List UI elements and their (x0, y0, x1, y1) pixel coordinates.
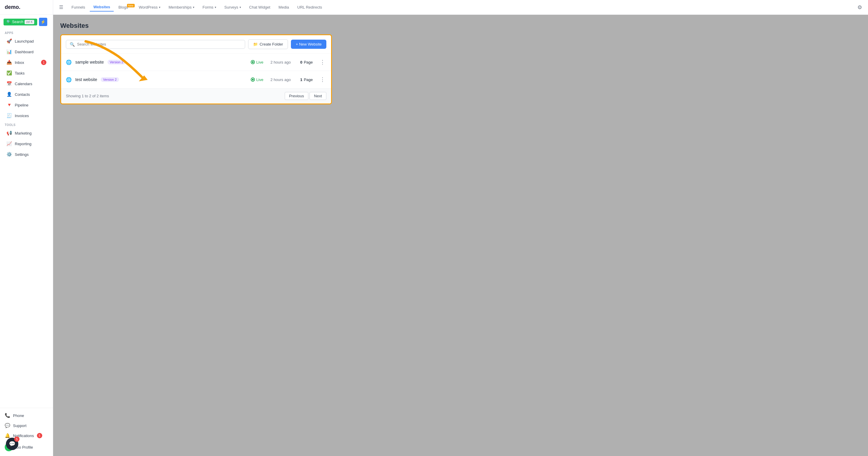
pagination-row: Showing 1 to 2 of 2 items Previous Next (61, 88, 331, 104)
sidebar-item-settings[interactable]: ⚙️ Settings (2, 149, 51, 160)
sidebar-item-dashboard[interactable]: 📊 Dashboard (2, 47, 51, 57)
sidebar-item-tasks[interactable]: ✅ Tasks (2, 68, 51, 78)
websites-panel: 🔍 📁 Create Folder + New Website 🌐 sample… (60, 34, 332, 105)
sidebar-item-inbox[interactable]: 📥 Inbox 1 (2, 57, 51, 67)
new-website-label: + New Website (296, 42, 321, 47)
more-options-button[interactable]: ⋮ (319, 58, 327, 66)
sidebar-item-label: Dashboard (15, 50, 34, 54)
nav-item-label: Chat Widget (249, 5, 271, 9)
sidebar: demo. 🔍 Search ctrl K ⚡ Apps 🚀 Launchpad… (0, 0, 53, 456)
more-options-button[interactable]: ⋮ (319, 75, 327, 84)
sidebar-item-pipeline[interactable]: 🔻 Pipeline (2, 100, 51, 110)
chat-icon: 💬 (9, 440, 16, 447)
nav-item-chat-widget[interactable]: Chat Widget (246, 3, 274, 11)
dashboard-icon: 📊 (6, 49, 12, 54)
live-dot (251, 60, 255, 64)
sidebar-item-label: Go Profile (16, 445, 33, 450)
tools-section-label: Tools (0, 121, 53, 128)
surveys-chevron-icon: ▾ (240, 6, 241, 9)
version-badge: Version 2 (107, 60, 126, 64)
sidebar-item-label: Invoices (15, 114, 29, 118)
sidebar-item-calendars[interactable]: 📅 Calendars (2, 79, 51, 89)
search-input[interactable] (77, 42, 241, 47)
search-button-label: Search (12, 20, 23, 24)
sidebar-item-label: Settings (15, 152, 29, 157)
inbox-badge: 1 (41, 60, 46, 65)
sidebar-item-label: Calendars (15, 82, 32, 86)
phone-icon: 📞 (5, 413, 10, 418)
settings-gear-button[interactable]: ⚙ (856, 3, 863, 12)
live-status-badge: Live (251, 60, 264, 64)
nav-item-url-redirects[interactable]: URL Redirects (294, 3, 326, 11)
settings-icon: ⚙️ (6, 152, 12, 157)
sidebar-item-marketing[interactable]: 📢 Marketing (2, 128, 51, 138)
search-icon: 🔍 (70, 42, 75, 47)
nav-item-label: Forms (203, 5, 214, 9)
nav-item-label: Media (279, 5, 289, 9)
contacts-icon: 👤 (6, 92, 12, 97)
globe-icon: 🌐 (66, 77, 72, 83)
nav-item-funnels[interactable]: Funnels (68, 3, 89, 11)
page-count-label: Page (304, 60, 313, 64)
sidebar-item-label: Tasks (15, 71, 25, 76)
sidebar-item-label: Pipeline (15, 103, 28, 107)
page-count-number: 0 (300, 60, 302, 64)
time-ago: 2 hours ago (271, 60, 291, 64)
sidebar-item-contacts[interactable]: 👤 Contacts (2, 89, 51, 99)
sidebar-item-label: Reporting (15, 142, 31, 146)
nav-item-forms[interactable]: Forms ▾ (199, 3, 220, 11)
create-folder-button[interactable]: 📁 Create Folder (248, 39, 288, 49)
sidebar-item-invoices[interactable]: 🧾 Invoices (2, 111, 51, 121)
sidebar-item-support[interactable]: 💬 Support (0, 421, 53, 431)
support-icon: 💬 (5, 423, 10, 428)
nav-item-surveys[interactable]: Surveys ▾ (221, 3, 245, 11)
nav-item-websites[interactable]: Websites (90, 3, 114, 11)
notifications-icon: 🔔 (5, 433, 10, 438)
showing-text: Showing 1 to 2 of 2 items (66, 94, 109, 98)
main-area: ☰ Funnels Websites Blogs New WordPress ▾… (53, 0, 868, 456)
website-name: sample website (75, 60, 104, 64)
previous-button[interactable]: Previous (285, 92, 309, 100)
sidebar-item-phone[interactable]: 📞 Phone (0, 410, 53, 421)
wordpress-chevron-icon: ▾ (159, 6, 160, 9)
sidebar-item-label: Marketing (15, 131, 32, 136)
nav-item-label: Surveys (224, 5, 238, 9)
sidebar-item-reporting[interactable]: 📈 Reporting (2, 139, 51, 149)
chat-bubble[interactable]: 💬 5 (6, 438, 18, 450)
next-button[interactable]: Next (310, 92, 327, 100)
nav-item-media[interactable]: Media (275, 3, 292, 11)
sidebar-item-label: Phone (13, 414, 24, 418)
hamburger-button[interactable]: ☰ (58, 3, 64, 11)
search-button[interactable]: 🔍 Search ctrl K (4, 19, 37, 25)
folder-icon: 📁 (253, 42, 258, 47)
launchpad-icon: 🚀 (6, 38, 12, 44)
marketing-icon: 📢 (6, 131, 12, 136)
tasks-icon: ✅ (6, 70, 12, 76)
calendars-icon: 📅 (6, 81, 12, 86)
nav-item-label: Blogs (118, 5, 128, 9)
page-count: 1 Page (300, 78, 313, 82)
globe-icon: 🌐 (66, 59, 72, 65)
hamburger-icon: ☰ (59, 5, 63, 10)
page-count-label: Page (304, 78, 313, 82)
nav-item-wordpress[interactable]: WordPress ▾ (135, 3, 164, 11)
content-area: Websites 🔍 📁 Create Folder + New Website… (53, 15, 868, 456)
sidebar-item-launchpad[interactable]: 🚀 Launchpad (2, 36, 51, 46)
new-website-button[interactable]: + New Website (291, 39, 327, 49)
nav-item-label: Funnels (71, 5, 85, 9)
sidebar-top-actions: 🔍 Search ctrl K ⚡ (0, 15, 53, 29)
bolt-icon: ⚡ (40, 20, 45, 24)
sidebar-item-label: Support (13, 424, 27, 428)
bolt-button[interactable]: ⚡ (39, 18, 47, 26)
nav-item-blogs[interactable]: Blogs New (115, 3, 134, 11)
nav-item-label: Memberships (168, 5, 192, 9)
search-shortcut: ctrl K (25, 20, 34, 24)
reporting-icon: 📈 (6, 141, 12, 146)
page-title: Websites (60, 22, 861, 30)
time-ago: 2 hours ago (271, 78, 291, 82)
chat-notification-badge: 5 (14, 436, 20, 442)
nav-item-memberships[interactable]: Memberships ▾ (165, 3, 198, 11)
page-count: 0 Page (300, 60, 313, 64)
sidebar-item-label: Contacts (15, 92, 30, 97)
page-count-number: 1 (300, 78, 302, 82)
